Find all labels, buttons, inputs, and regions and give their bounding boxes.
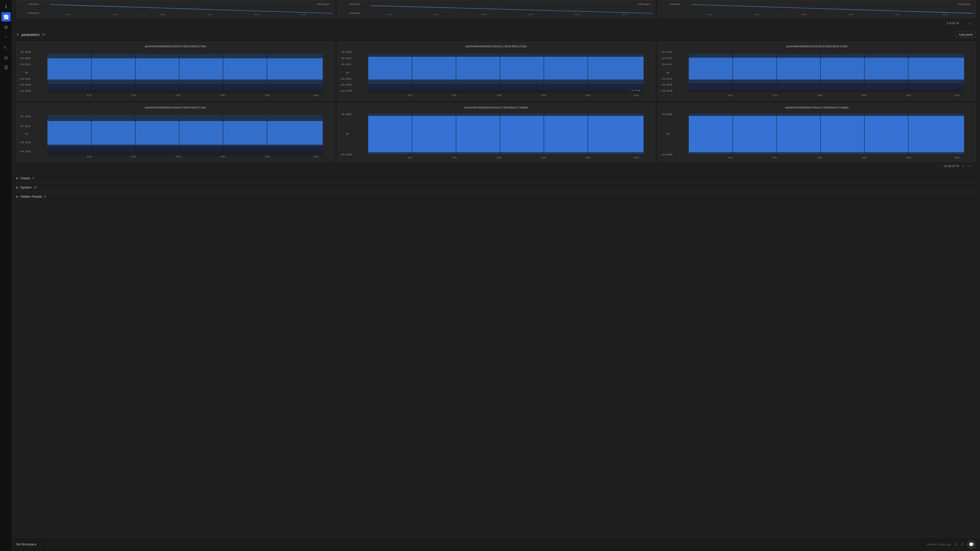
system-section[interactable]: ▶ System 14	[16, 183, 976, 192]
svg-text:-300: -300	[347, 12, 360, 14]
bottom-prev-button[interactable]: ‹	[961, 163, 965, 169]
chart-area-3: 0.03 0.02 0.01 0 -0.01 -0.02 -0.03	[660, 49, 973, 98]
svg-text:5k: 5k	[895, 14, 901, 16]
svg-text:0: 0	[667, 72, 670, 74]
svg-text:0: 0	[346, 72, 349, 74]
charts-chevron-icon: ▶	[16, 176, 18, 180]
svg-text:3k: 3k	[817, 94, 822, 97]
svg-text:1k: 1k	[407, 156, 412, 159]
svg-text:-0.01: -0.01	[19, 141, 31, 144]
svg-text:0: 0	[25, 72, 28, 74]
sidebar-icon-terminal[interactable]: >_	[2, 43, 11, 52]
svg-rect-129	[689, 116, 964, 152]
svg-text:0: 0	[667, 133, 670, 135]
redo-button[interactable]: ↺	[961, 542, 964, 546]
add-panel-button[interactable]: Add panel	[956, 32, 976, 38]
svg-text:6k: 6k	[313, 94, 319, 97]
svg-text:0.03: 0.03	[341, 51, 352, 53]
sidebar-icon-layers[interactable]: ⊞	[2, 22, 11, 32]
bottom-pagination-label: 13-18 of 74	[943, 164, 959, 168]
partial-chart-top-3: -400 Step 1k 2k 3k 4k 5k 6k	[658, 0, 976, 18]
svg-text:-0.02: -0.02	[340, 84, 352, 86]
chart-area-4: 0.02 0.01 0 -0.01 -0.02 1k	[19, 110, 332, 159]
chart-area-1: 0.03 0.02 0.01 0 -0.01 -0.02 -0.03	[19, 49, 332, 98]
svg-text:3k: 3k	[160, 14, 165, 16]
svg-text:3k: 3k	[480, 14, 487, 16]
partial-chart-top-2: -200 -300 Step 1k 2k 3k 4k 5k 6k	[337, 0, 655, 18]
section-count: 74	[41, 33, 45, 37]
sidebar-icon-git[interactable]: ⑂	[2, 33, 11, 42]
svg-text:5k: 5k	[254, 14, 259, 16]
svg-text:1k: 1k	[728, 156, 733, 159]
top-next-button[interactable]: ›	[967, 21, 972, 26]
svg-text:5k: 5k	[265, 94, 270, 97]
svg-rect-55	[368, 57, 643, 79]
svg-text:0.02: 0.02	[662, 57, 672, 59]
chart-area-5: 0.05 0 -0.05 1k 2k 3k 4k	[340, 110, 652, 159]
chart-card-1: parameters/backbone.blocks.3.block.block…	[16, 42, 334, 100]
svg-rect-77	[689, 58, 964, 79]
svg-text:0: 0	[346, 133, 349, 135]
sidebar-icon-charts[interactable]: 📈	[2, 12, 11, 21]
svg-text:-0.03: -0.03	[19, 90, 31, 92]
svg-text:4k: 4k	[207, 14, 213, 16]
svg-text:-0.05: -0.05	[340, 153, 352, 156]
svg-text:2k: 2k	[452, 94, 457, 97]
chat-button[interactable]: 💬	[967, 540, 976, 549]
svg-text:0.01: 0.01	[662, 63, 672, 65]
top-pagination: 1-6 of 74 ‹ ›	[16, 19, 976, 27]
svg-rect-40	[48, 84, 323, 94]
svg-text:1k: 1k	[707, 14, 713, 16]
footer: My Workspace ⋮ Updated 3 days ago ↻ ↺ 💬	[12, 537, 980, 551]
svg-text:5k: 5k	[574, 14, 580, 16]
svg-text:0.03: 0.03	[21, 51, 31, 53]
svg-text:4k: 4k	[862, 156, 867, 159]
svg-text:-0.05: -0.05	[660, 153, 673, 156]
chart-title-5: parameters/backbone.blocks.1.blockblock.…	[340, 106, 652, 109]
svg-text:0.03: 0.03	[662, 51, 672, 53]
workspace-more-icon[interactable]: ⋮	[38, 543, 41, 546]
chart-card-6: parameters/backbone.blocks.3.blockblock.…	[658, 103, 976, 162]
sidebar-icon-panel[interactable]: ⊟	[2, 53, 11, 62]
section-chevron-icon[interactable]: ▼	[16, 33, 19, 37]
bottom-next-button[interactable]: ›	[967, 163, 972, 169]
undo-button[interactable]: ↻	[955, 542, 958, 546]
svg-text:4k: 4k	[528, 14, 533, 16]
svg-text:0.05: 0.05	[341, 113, 352, 115]
svg-text:-400: -400	[668, 3, 680, 5]
footer-workspace: My Workspace ⋮	[16, 543, 41, 546]
svg-text:4k: 4k	[541, 156, 546, 159]
svg-text:5k: 5k	[906, 156, 912, 159]
svg-text:0.01: 0.01	[341, 63, 352, 65]
hidden-panels-section[interactable]: ▶ Hidden Panels 0	[16, 192, 976, 201]
top-pagination-label: 1-6 of 74	[947, 21, 959, 25]
svg-text:0.01: 0.01	[21, 63, 31, 65]
chart-area-2: 0.03 0.02 0.01 0 -0.01 -0.02 -0.03	[340, 49, 652, 98]
workspace-label: My Workspace	[16, 543, 37, 546]
parameters-section: ▼ parameters 74 Add panel parameters/bac…	[12, 30, 980, 173]
system-section-count: 14	[33, 186, 37, 189]
svg-text:6k: 6k	[955, 156, 960, 159]
svg-text:2k: 2k	[130, 156, 136, 158]
svg-text:6k: 6k	[313, 156, 319, 158]
svg-text:2k: 2k	[130, 94, 136, 97]
system-section-label: System	[21, 186, 32, 189]
sidebar: ℹ 📈 ⊞ ⑂ >_ ⊟ 🗄	[0, 0, 12, 551]
sidebar-icon-database[interactable]: 🗄	[2, 63, 11, 73]
svg-text:4k: 4k	[541, 94, 546, 97]
top-prev-button[interactable]: ‹	[961, 21, 965, 26]
svg-text:-0.01: -0.01	[660, 78, 673, 80]
svg-text:0.01: 0.01	[21, 125, 31, 127]
svg-text:3k: 3k	[817, 156, 822, 159]
svg-text:1k: 1k	[407, 94, 412, 97]
sidebar-icon-info[interactable]: ℹ	[2, 2, 11, 11]
svg-text:0.02: 0.02	[341, 57, 352, 59]
section-header: ▼ parameters 74 Add panel	[16, 30, 976, 40]
svg-text:Step: Step	[958, 3, 971, 5]
svg-text:0: 0	[25, 133, 28, 135]
chart-area-6: 0.05 0 -0.05 1k 2k 3k 4k	[660, 110, 973, 159]
charts-section[interactable]: ▶ Charts 4	[16, 173, 976, 183]
hidden-panels-chevron-icon: ▶	[16, 195, 18, 198]
svg-text:-0.02: -0.02	[19, 150, 31, 152]
svg-text:4k: 4k	[220, 94, 226, 97]
